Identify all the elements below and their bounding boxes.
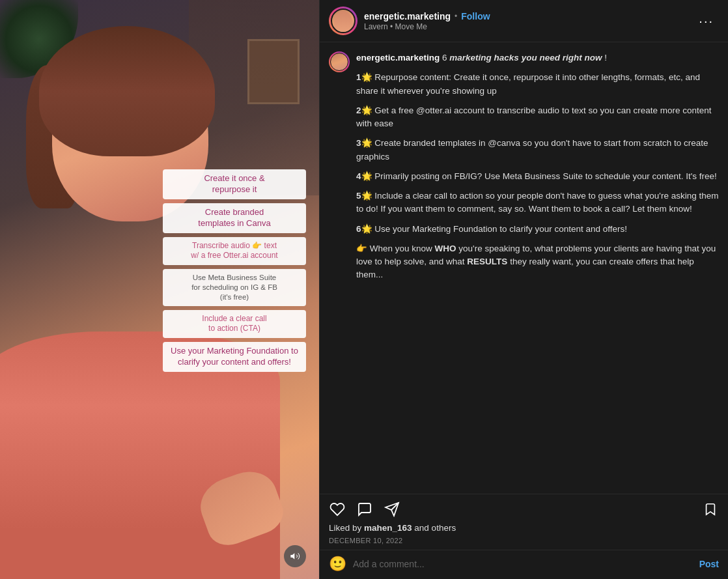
caption-item-1: 1🌟 Repurpose content: Create it once, re… — [356, 71, 719, 98]
overlay-tag-5: Include a clear callto action (CTA) — [163, 310, 306, 338]
bookmark-button[interactable] — [702, 501, 719, 518]
caption-area: energetic.marketing 6 marketing hacks yo… — [320, 42, 728, 494]
follow-button[interactable]: Follow — [461, 11, 490, 21]
avatar-inner — [331, 8, 356, 33]
liked-by-user[interactable]: mahen_163 — [364, 523, 412, 533]
comment-input-field[interactable] — [353, 559, 693, 569]
avatar-face — [334, 11, 352, 32]
post-comment-button[interactable]: Post — [699, 559, 719, 569]
caption-item-4: 4🌟 Primarily posting on FB/IG? Use Meta … — [356, 170, 719, 183]
caption-item-5: 5🌟 Include a clear call to action so you… — [356, 190, 719, 216]
header-avatar[interactable] — [329, 7, 357, 35]
caption-item-2: 2🌟 Get a free @otter.ai account to trans… — [356, 104, 719, 131]
share-button[interactable] — [384, 501, 400, 518]
overlay-tag-3: Transcribe audio 👉 textw/ a free Otter.a… — [163, 237, 306, 265]
sound-button[interactable] — [284, 545, 306, 567]
caption-bold-italic: marketing hacks you need right now — [449, 53, 602, 63]
liked-by-text: Liked by — [329, 523, 364, 533]
item-3-number: 3 — [356, 138, 361, 148]
caption-header: energetic.marketing 6 marketing hacks yo… — [329, 51, 719, 289]
video-panel: Create it once &repurpose it Create bran… — [0, 0, 319, 579]
caption-item-cta: 👉 When you know WHO you're speaking to, … — [356, 242, 719, 282]
overlay-tag-6: Use your Marketing Foundation toclarify … — [163, 342, 306, 372]
right-panel: energetic.marketing • Follow Lavern • Mo… — [319, 0, 728, 579]
caption-exclamation: ! — [604, 53, 607, 63]
item-4-number: 4 — [356, 171, 361, 181]
caption-avatar-inner — [330, 53, 348, 71]
like-button[interactable] — [329, 501, 346, 518]
post-date: DECEMBER 10, 2022 — [320, 535, 728, 550]
hair-top — [39, 26, 215, 156]
video-text-overlays: Create it once &repurpose it Create bran… — [163, 169, 306, 372]
comment-icon — [357, 501, 372, 517]
item-1-number: 1 — [356, 72, 361, 82]
heart-icon — [329, 501, 345, 517]
post-header: energetic.marketing • Follow Lavern • Mo… — [320, 0, 728, 42]
actions-bar — [320, 494, 728, 522]
caption-item-3: 3🌟 Create branded templates in @canva so… — [356, 137, 719, 163]
item-6-number: 6 — [356, 224, 361, 234]
avatar-ring — [329, 7, 357, 35]
comment-input-area: 🙂 Post — [320, 550, 728, 579]
overlay-tag-4: Use Meta Business Suitefor scheduling on… — [163, 269, 306, 306]
overlay-tag-1: Create it once &repurpose it — [163, 169, 306, 199]
item-5-number: 5 — [356, 191, 361, 201]
emoji-picker-button[interactable]: 🙂 — [329, 556, 346, 572]
header-info: energetic.marketing • Follow Lavern • Mo… — [364, 11, 693, 31]
dot-sep: • — [455, 12, 457, 21]
header-username[interactable]: energetic.marketing — [364, 11, 451, 21]
likes-row: Liked by mahen_163 and others — [320, 522, 728, 535]
post-container: Create it once &repurpose it Create bran… — [0, 0, 728, 579]
caption-username[interactable]: energetic.marketing — [356, 53, 440, 63]
caption-text-block: energetic.marketing 6 marketing hacks yo… — [356, 51, 719, 289]
speaker-icon — [290, 551, 300, 561]
share-icon — [384, 501, 400, 517]
and-others-text: and others — [412, 523, 456, 533]
caption-intro: 6 — [442, 53, 449, 63]
item-2-number: 2 — [356, 106, 361, 115]
caption-avatar[interactable] — [329, 51, 350, 72]
caption-item-6: 6🌟 Use your Marketing Foundation to clar… — [356, 223, 719, 236]
comment-button[interactable] — [356, 501, 373, 518]
overlay-tag-2: Create brandedtemplates in Canva — [163, 203, 306, 233]
wall-frame — [247, 39, 300, 104]
username-row: energetic.marketing • Follow — [364, 11, 693, 21]
bookmark-icon — [703, 502, 718, 516]
location-text: Lavern • Move Me — [364, 22, 693, 31]
action-icons-left — [329, 501, 702, 518]
more-options-button[interactable]: ··· — [693, 11, 719, 31]
